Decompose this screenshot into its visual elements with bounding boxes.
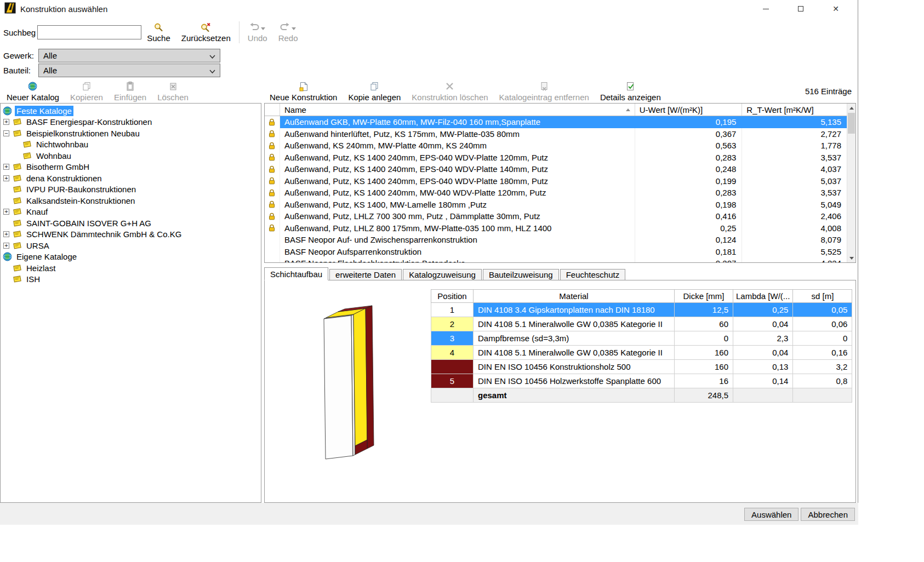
reset-button[interactable]: Zurücksetzen xyxy=(176,21,236,44)
cancel-button[interactable]: Abbrechen xyxy=(801,508,855,521)
scroll-down-button[interactable] xyxy=(847,254,855,262)
table-row[interactable]: BASF Neopor Aufsparrenkonstruktion0,1815… xyxy=(265,246,847,258)
maximize-icon xyxy=(798,6,803,12)
table-row[interactable]: BASF Neopor Auf- und Zwischensparrenkons… xyxy=(265,234,847,246)
u-value: 0,124 xyxy=(635,234,743,246)
minimize-button[interactable] xyxy=(748,0,783,18)
expand-icon[interactable]: + xyxy=(3,119,9,125)
detail-panel: PositionMaterialDicke [mm]Lambda [W/(...… xyxy=(264,280,856,503)
tab-bauteilzuweisung[interactable]: Bauteilzuweisung xyxy=(483,269,559,280)
tree-item-beispielkonstruktionen-neubau[interactable]: −Beispielkonstruktionen Neubau xyxy=(1,128,261,139)
table-row[interactable]: Außenwand, Putz, LHLZ 700 300 mm, Putz ,… xyxy=(265,210,847,222)
globe-icon xyxy=(28,81,37,91)
scroll-up-button[interactable] xyxy=(847,104,855,112)
construction-name: Außenwand, Putz, KS 1400 240mm, EPS-040 … xyxy=(280,163,635,175)
tree-item-eigene-kataloge[interactable]: Eigene Kataloge xyxy=(1,251,261,263)
table-row[interactable]: BASF Neopor Flachdachkonstruktion Betond… xyxy=(265,257,847,262)
new-construction-button[interactable]: Neue Konstruktion xyxy=(264,80,343,103)
scrollbar-thumb[interactable] xyxy=(848,113,855,134)
name-column-header[interactable]: Name xyxy=(280,104,635,116)
entry-count: 516 Einträge xyxy=(805,80,856,96)
tab-schichtaufbau[interactable]: Schichtaufbau xyxy=(264,267,328,280)
select-button[interactable]: Auswählen xyxy=(744,508,798,521)
tab-erweiterte-daten[interactable]: erweiterte Daten xyxy=(329,269,402,280)
gewerk-filter-row: Gewerk: Alle xyxy=(3,48,220,62)
gewerk-value: Alle xyxy=(43,51,57,60)
delete-construction-button[interactable]: Konstruktion löschen xyxy=(406,80,493,103)
tree-item-ish[interactable]: ISH xyxy=(1,274,261,285)
search-input[interactable] xyxy=(37,25,141,39)
table-row[interactable]: Außenwand hinterlüftet, Putz, KS 175mm, … xyxy=(265,128,847,140)
lock-icon xyxy=(265,187,280,199)
tree-item-ursa[interactable]: +URSA xyxy=(1,240,261,251)
tree-item-schwenk-daemmtechnik-gmbh-co-kg[interactable]: +SCHWENK Dämmtechnik GmbH & Co.KG xyxy=(1,229,261,240)
layers-column-header-lambda-w: Lambda [W/(... xyxy=(733,290,793,303)
expand-icon[interactable]: + xyxy=(3,231,9,237)
rt-value-column-header[interactable]: R_T-Wert [m²K/W] xyxy=(742,104,847,116)
tree-item-heizlast[interactable]: Heizlast xyxy=(1,262,261,274)
layer-position: 1 xyxy=(431,303,474,317)
table-row[interactable]: Außenwand GKB, MW-Platte 60mm, MW-Filz-0… xyxy=(265,116,847,128)
layer-material: DIN EN ISO 10456 Konstruktionsholz 500 xyxy=(474,360,675,374)
chevron-down-icon[interactable] xyxy=(292,22,296,32)
tree-item-feste-kataloge[interactable]: Feste Kataloge xyxy=(1,105,261,117)
layer-row[interactable]: 3Dampfbremse (sd=3,3m)02,30 xyxy=(431,331,852,346)
table-row[interactable]: Außenwand, Putz, KS 1400 240mm, EPS-040 … xyxy=(265,152,847,164)
tree-item-basf-energiespar-konstruktionen[interactable]: +BASF Energiespar-Konstruktionen xyxy=(1,117,261,128)
main-toolbar: Suchbeg Suche Zurücksetzen Undo xyxy=(0,20,858,45)
chevron-down-icon[interactable] xyxy=(261,22,265,32)
remove-catalog-entry-button[interactable]: Katalogeintrag entfernen xyxy=(494,80,595,103)
layer-row[interactable]: 1DIN 4108 3.4 Gipskartonplatten nach DIN… xyxy=(431,303,852,317)
copy-catalog-button[interactable]: Kopieren xyxy=(65,80,109,103)
tree-item-dena-konstruktionen[interactable]: +dena Konstruktionen xyxy=(1,173,261,184)
layer-lambda: 0,13 xyxy=(733,360,793,374)
search-button[interactable]: Suche xyxy=(141,21,176,44)
close-button[interactable]: ✕ xyxy=(818,0,853,18)
layer-lambda: 0,04 xyxy=(733,317,793,331)
layer-sd xyxy=(793,388,852,403)
delete-catalog-button[interactable]: Löschen xyxy=(152,80,194,103)
layer-row[interactable]: DIN EN ISO 10456 Konstruktionsholz 50016… xyxy=(431,360,852,374)
paste-catalog-button[interactable]: Einfügen xyxy=(109,80,152,103)
tree-item-wohnbau[interactable]: Wohnbau xyxy=(1,150,261,162)
maximize-button[interactable] xyxy=(783,0,818,18)
table-row[interactable]: Außenwand, Putz, KS 1400 240mm, EPS-040 … xyxy=(265,163,847,175)
table-row[interactable]: Außenwand, Putz, KS 1400 240mm, MW-040 W… xyxy=(265,187,847,199)
toolbar-separator xyxy=(239,21,239,43)
layer-row[interactable]: gesamt248,5 xyxy=(431,388,852,403)
new-catalog-button[interactable]: Neuer Katalog xyxy=(1,80,65,103)
expand-icon[interactable]: + xyxy=(3,164,9,170)
tab-katalogzuweisung[interactable]: Katalogzuweisung xyxy=(403,269,482,280)
u-value-column-header[interactable]: U-Wert [W/(m²K)] xyxy=(635,104,743,116)
table-row[interactable]: Außenwand, Putz, LHLZ 800 175mm, MW-Plat… xyxy=(265,222,847,234)
vertical-scrollbar[interactable] xyxy=(847,104,855,262)
tree-item-nichtwohnbau[interactable]: Nichtwohnbau xyxy=(1,139,261,151)
tree-item-kalksandstein-konstruktionen[interactable]: Kalksandstein-Konstruktionen xyxy=(1,195,261,207)
table-row[interactable]: Außenwand, KS 240mm, MW-Platte 40mm, KS … xyxy=(265,140,847,152)
layer-row[interactable]: 4DIN 4108 5.1 Mineralwolle GW 0,0385 Kat… xyxy=(431,346,852,360)
gewerk-select[interactable]: Alle xyxy=(38,49,220,62)
expand-icon[interactable]: + xyxy=(3,175,9,181)
redo-button[interactable]: Redo xyxy=(273,21,304,44)
table-row[interactable]: Außenwand, Putz, KS 1400 240mm, EPS-040 … xyxy=(265,175,847,187)
bauteil-select[interactable]: Alle xyxy=(38,64,220,77)
lock-column-header xyxy=(265,104,280,116)
expand-icon[interactable]: + xyxy=(3,209,9,215)
layer-row[interactable]: 2DIN 4108 5.1 Mineralwolle GW 0,0385 Kat… xyxy=(431,317,852,331)
tree-item-saint-gobain-isover-g-h-ag[interactable]: SAINT-GOBAIN ISOVER G+H AG xyxy=(1,217,261,229)
copy-construction-button[interactable]: Kopie anlegen xyxy=(343,80,406,103)
copy-catalog-label: Kopieren xyxy=(70,93,103,102)
collapse-icon[interactable]: − xyxy=(3,130,9,136)
catalog-tree: Feste Kataloge+BASF Energiespar-Konstruk… xyxy=(0,103,261,503)
expand-icon[interactable]: + xyxy=(3,243,9,249)
layer-row[interactable]: 5DIN EN ISO 10456 Holzwerkstoffe Spanpla… xyxy=(431,374,852,388)
tree-item-knauf[interactable]: +Knauf xyxy=(1,207,261,218)
construction-name: Außenwand, Putz, LHLZ 700 300 mm, Putz ,… xyxy=(280,210,635,222)
tree-item-bisotherm-gmbh[interactable]: +Bisotherm GmbH xyxy=(1,162,261,173)
undo-button[interactable]: Undo xyxy=(242,21,273,44)
table-row[interactable]: Außenwand, Putz, KS 1400, MW-Lamelle 180… xyxy=(265,199,847,211)
tab-feuchteschutz[interactable]: Feuchteschutz xyxy=(560,269,626,280)
layer-sd: 0,16 xyxy=(793,346,852,360)
tree-item-ivpu-pur-baukonstruktionen[interactable]: IVPU PUR-Baukonstruktionen xyxy=(1,184,261,196)
show-details-button[interactable]: Details anzeigen xyxy=(595,80,666,103)
